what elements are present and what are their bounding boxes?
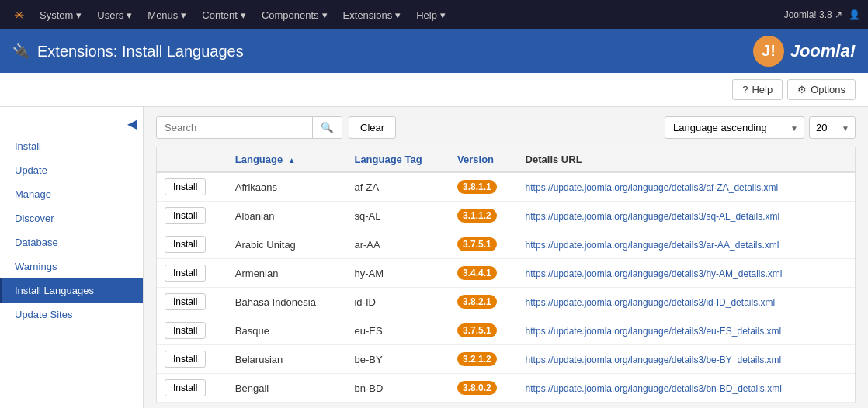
row-tag: ar-AA	[346, 230, 450, 259]
clear-button[interactable]: Clear	[349, 116, 396, 139]
filter-bar: 🔍 Clear Language ascending Language desc…	[156, 116, 856, 139]
version-badge: 3.7.5.1	[457, 323, 497, 337]
version-badge: 3.8.0.2	[457, 381, 497, 395]
toolbar: ? Help ⚙ Options	[0, 73, 868, 107]
install-button[interactable]: Install	[165, 178, 206, 195]
page-title-group: 🔌 Extensions: Install Languages	[12, 43, 244, 61]
header-bar: 🔌 Extensions: Install Languages J! Jooml…	[0, 29, 868, 73]
search-box: 🔍	[156, 116, 342, 139]
row-version: 3.8.2.1	[450, 288, 518, 316]
row-language: Arabic Unitag	[227, 230, 347, 259]
table-row: Install Armenian hy-AM 3.4.4.1 https://u…	[157, 259, 855, 288]
row-url: https://update.joomla.org/language/detai…	[518, 230, 855, 259]
install-button[interactable]: Install	[165, 265, 206, 282]
per-page-select-wrap: 5 10 15 20 25 30 50 100 200	[809, 116, 856, 139]
row-action-cell: Install	[157, 202, 227, 230]
top-navigation: ✳ System ▾ Users ▾ Menus ▾ Content ▾ Com…	[0, 0, 868, 29]
row-tag: eu-ES	[346, 316, 450, 345]
row-tag: id-ID	[346, 288, 450, 316]
top-nav-right: Joomla! 3.8 ↗ 👤	[784, 9, 860, 20]
sidebar-item-database[interactable]: Database	[0, 230, 143, 254]
version-badge: 3.8.2.1	[457, 295, 497, 309]
details-link[interactable]: https://update.joomla.org/language/detai…	[526, 211, 780, 222]
row-language: Albanian	[227, 202, 347, 230]
joomla-brand-icon[interactable]: ✳	[8, 0, 30, 29]
row-url: https://update.joomla.org/language/detai…	[518, 345, 855, 374]
sidebar-item-install-languages[interactable]: Install Languages	[0, 278, 143, 303]
sort-select-wrap: Language ascending Language descending V…	[665, 116, 804, 139]
row-action-cell: Install	[157, 345, 227, 374]
install-button[interactable]: Install	[165, 351, 206, 368]
install-button[interactable]: Install	[165, 236, 206, 253]
version-badge: 3.7.5.1	[457, 237, 497, 251]
install-button[interactable]: Install	[165, 293, 206, 310]
joomla-logo-text: Joomla!	[790, 41, 856, 61]
options-button[interactable]: ⚙ Options	[787, 79, 856, 100]
row-tag: bn-BD	[346, 374, 450, 403]
content-area: 🔍 Clear Language ascending Language desc…	[144, 107, 868, 408]
table-row: Install Arabic Unitag ar-AA 3.7.5.1 http…	[157, 230, 855, 259]
nav-content[interactable]: Content ▾	[196, 0, 252, 29]
row-action-cell: Install	[157, 172, 227, 202]
row-version: 3.8.0.2	[450, 374, 518, 403]
row-version: 3.2.1.2	[450, 345, 518, 374]
row-language: Basque	[227, 316, 347, 345]
nav-users[interactable]: Users ▾	[91, 0, 138, 29]
sidebar-item-install[interactable]: Install	[0, 134, 143, 158]
question-icon: ?	[742, 84, 748, 95]
nav-system[interactable]: System ▾	[33, 0, 88, 29]
table-row: Install Bengali bn-BD 3.8.0.2 https://up…	[157, 374, 855, 403]
sidebar-item-manage[interactable]: Manage	[0, 182, 143, 206]
row-language: Armenian	[227, 259, 347, 288]
sidebar-item-discover[interactable]: Discover	[0, 206, 143, 230]
per-page-select[interactable]: 5 10 15 20 25 30 50 100 200	[809, 116, 856, 139]
details-link[interactable]: https://update.joomla.org/language/detai…	[526, 383, 782, 394]
details-link[interactable]: https://update.joomla.org/language/detai…	[526, 182, 779, 193]
install-button[interactable]: Install	[165, 207, 206, 224]
search-button[interactable]: 🔍	[312, 117, 342, 138]
col-language[interactable]: Language ▲	[227, 147, 347, 172]
sidebar-item-warnings[interactable]: Warnings	[0, 254, 143, 278]
row-action-cell: Install	[157, 230, 227, 259]
col-version: Version	[450, 147, 518, 172]
row-language: Afrikaans	[227, 172, 347, 202]
joomla-version[interactable]: Joomla! 3.8 ↗	[784, 9, 842, 20]
sidebar: ◀ Install Update Manage Discover Databas…	[0, 107, 144, 408]
nav-components[interactable]: Components ▾	[255, 0, 334, 29]
languages-table: Language ▲ Language Tag Version Details …	[156, 147, 856, 403]
install-button[interactable]: Install	[165, 322, 206, 339]
help-label: Help	[752, 84, 773, 95]
nav-extensions[interactable]: Extensions ▾	[337, 0, 408, 29]
row-language: Bahasa Indonesia	[227, 288, 347, 316]
page-title: Extensions: Install Languages	[37, 43, 244, 61]
details-link[interactable]: https://update.joomla.org/language/detai…	[526, 326, 782, 337]
table-row: Install Albanian sq-AL 3.1.1.2 https://u…	[157, 202, 855, 230]
sidebar-item-update[interactable]: Update	[0, 158, 143, 182]
help-button[interactable]: ? Help	[732, 79, 783, 100]
row-version: 3.8.1.1	[450, 172, 518, 202]
sidebar-item-update-sites[interactable]: Update Sites	[0, 303, 143, 327]
col-url: Details URL	[518, 147, 855, 172]
table: Language ▲ Language Tag Version Details …	[157, 147, 855, 403]
details-link[interactable]: https://update.joomla.org/language/detai…	[526, 268, 783, 279]
table-row: Install Afrikaans af-ZA 3.8.1.1 https://…	[157, 172, 855, 202]
top-nav-left: ✳ System ▾ Users ▾ Menus ▾ Content ▾ Com…	[8, 0, 452, 29]
version-badge: 3.1.1.2	[457, 209, 497, 223]
options-label: Options	[811, 84, 845, 95]
sidebar-toggle[interactable]: ◀	[0, 113, 143, 134]
search-input[interactable]	[157, 117, 312, 138]
version-badge: 3.4.4.1	[457, 266, 497, 280]
sort-select[interactable]: Language ascending Language descending V…	[665, 116, 804, 139]
version-badge: 3.2.1.2	[457, 352, 497, 366]
nav-help[interactable]: Help ▾	[410, 0, 452, 29]
details-link[interactable]: https://update.joomla.org/language/detai…	[526, 240, 779, 251]
details-link[interactable]: https://update.joomla.org/language/detai…	[526, 297, 776, 308]
install-button[interactable]: Install	[165, 379, 206, 396]
table-row: Install Belarusian be-BY 3.2.1.2 https:/…	[157, 345, 855, 374]
row-action-cell: Install	[157, 259, 227, 288]
row-action-cell: Install	[157, 316, 227, 345]
user-menu-icon[interactable]: 👤	[849, 9, 860, 20]
nav-menus[interactable]: Menus ▾	[141, 0, 193, 29]
details-link[interactable]: https://update.joomla.org/language/detai…	[526, 354, 782, 365]
table-row: Install Bahasa Indonesia id-ID 3.8.2.1 h…	[157, 288, 855, 316]
